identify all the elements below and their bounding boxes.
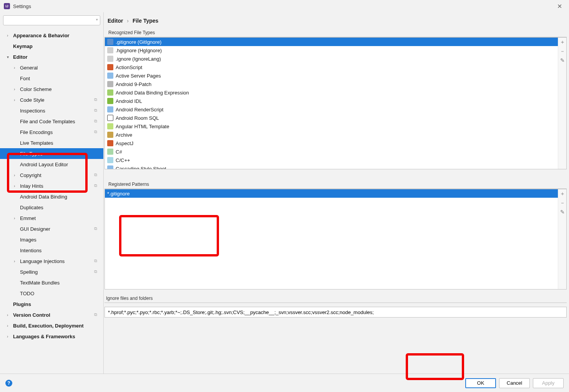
sidebar-item-file-types[interactable]: ›File Types: [0, 148, 103, 159]
filetype-row[interactable]: Active Server Pages: [105, 71, 558, 80]
search-input[interactable]: [3, 15, 100, 25]
window-title: Settings: [13, 3, 31, 9]
breadcrumb-root[interactable]: Editor: [108, 18, 123, 24]
chevron-right-icon: ›: [14, 184, 18, 188]
sidebar-item-languages-frameworks[interactable]: ›Languages & Frameworks: [0, 331, 103, 342]
apply-button[interactable]: Apply: [533, 378, 564, 388]
sidebar-item-appearance-behavior[interactable]: ›Appearance & Behavior: [0, 30, 103, 41]
titlebar: IJ Settings ✕: [0, 0, 569, 12]
sidebar-item-copyright[interactable]: ›Copyright⧉: [0, 170, 103, 180]
cancel-button[interactable]: Cancel: [499, 378, 530, 388]
filetype-label: Android RenderScript: [116, 107, 163, 112]
filetype-row[interactable]: Android 9-Patch: [105, 80, 558, 88]
sidebar-item-textmate-bundles[interactable]: ›TextMate Bundles: [0, 277, 103, 288]
filetype-row[interactable]: C#: [105, 147, 558, 156]
sidebar-item-live-templates[interactable]: ›Live Templates: [0, 137, 103, 148]
sidebar-item-label: Inlay Hints: [20, 183, 94, 189]
filetype-row[interactable]: Android RenderScript: [105, 105, 558, 114]
filetype-label: ActionScript: [116, 65, 142, 70]
sidebar-item-todo[interactable]: ›TODO: [0, 288, 103, 299]
filetype-icon: [107, 165, 113, 169]
recognized-toolbar: ＋ － ✎: [558, 38, 566, 169]
filetype-label: Active Server Pages: [116, 73, 161, 79]
sidebar-item-duplicates[interactable]: ›Duplicates: [0, 202, 103, 213]
filetype-label: Android Room SQL: [116, 115, 159, 121]
sidebar-item-android-data-binding[interactable]: ›Android Data Binding: [0, 191, 103, 202]
sidebar-item-images[interactable]: ›Images: [0, 234, 103, 245]
sidebar-item-label: Duplicates: [20, 205, 103, 210]
sidebar-item-gui-designer[interactable]: ›GUI Designer⧉: [0, 223, 103, 234]
sidebar-item-label: GUI Designer: [20, 226, 94, 232]
filetype-row[interactable]: .gitignore (GitIgnore): [105, 38, 558, 46]
sidebar-item-plugins[interactable]: ›Plugins: [0, 299, 103, 309]
scope-badge-icon: ⧉: [94, 97, 100, 103]
scope-badge-icon: ⧉: [94, 172, 100, 178]
filetype-icon: [107, 115, 113, 121]
remove-icon[interactable]: －: [559, 48, 566, 55]
chevron-right-icon: ›: [14, 66, 18, 70]
filetype-label: .hgignore (HgIgnore): [116, 48, 162, 53]
filetype-row[interactable]: Angular HTML Template: [105, 122, 558, 131]
scope-badge-icon: ⧉: [94, 312, 100, 318]
filetype-row[interactable]: ActionScript: [105, 63, 558, 71]
sidebar: 🔍 ▾ ›Appearance & Behavior›Keymap▾Editor…: [0, 12, 104, 374]
chevron-right-icon: ›: [14, 216, 18, 220]
filetype-icon: [107, 149, 113, 155]
sidebar-item-language-injections[interactable]: ›Language Injections⧉: [0, 256, 103, 266]
filetype-row[interactable]: Archive: [105, 131, 558, 139]
sidebar-item-code-style[interactable]: ›Code Style⧉: [0, 94, 103, 105]
edit-icon[interactable]: ✎: [559, 58, 566, 64]
chevron-down-icon[interactable]: ▾: [96, 18, 98, 22]
sidebar-item-android-layout-editor[interactable]: ›Android Layout Editor: [0, 159, 103, 170]
remove-icon[interactable]: －: [559, 200, 566, 206]
add-icon[interactable]: ＋: [559, 191, 566, 197]
breadcrumb-leaf: File Types: [133, 18, 158, 24]
sidebar-item-color-scheme[interactable]: ›Color Scheme: [0, 84, 103, 94]
sidebar-item-label: Images: [20, 237, 103, 243]
filetype-row[interactable]: C/C++: [105, 156, 558, 164]
sidebar-item-file-encodings[interactable]: ›File Encodings⧉: [0, 127, 103, 137]
sidebar-item-editor[interactable]: ▾Editor: [0, 51, 103, 62]
scope-badge-icon: ⧉: [94, 258, 100, 264]
filetype-label: Android IDL: [116, 98, 142, 104]
sidebar-item-emmet[interactable]: ›Emmet: [0, 213, 103, 223]
sidebar-item-spelling[interactable]: ›Spelling⧉: [0, 266, 103, 277]
edit-icon[interactable]: ✎: [559, 209, 566, 215]
sidebar-item-label: General: [20, 65, 103, 71]
sidebar-item-intentions[interactable]: ›Intentions: [0, 245, 103, 256]
sidebar-item-inspections[interactable]: ›Inspections⧉: [0, 105, 103, 116]
filetype-row[interactable]: .hgignore (HgIgnore): [105, 46, 558, 55]
scope-badge-icon: ⧉: [94, 183, 100, 189]
breadcrumb: Editor › File Types: [104, 12, 569, 28]
settings-tree: ›Appearance & Behavior›Keymap▾Editor›Gen…: [0, 28, 103, 374]
sidebar-item-build-execution-deployment[interactable]: ›Build, Execution, Deployment: [0, 320, 103, 331]
sidebar-item-label: Language Injections: [20, 258, 94, 264]
filetype-row[interactable]: Android IDL: [105, 97, 558, 105]
sidebar-item-label: Android Layout Editor: [20, 162, 103, 167]
scope-badge-icon: ⧉: [94, 269, 100, 275]
filetype-row[interactable]: Android Room SQL: [105, 114, 558, 122]
sidebar-item-keymap[interactable]: ›Keymap: [0, 41, 103, 51]
sidebar-item-file-and-code-templates[interactable]: ›File and Code Templates⧉: [0, 116, 103, 127]
pattern-row[interactable]: *.gitignore: [105, 189, 558, 198]
sidebar-item-font[interactable]: ›Font: [0, 73, 103, 84]
sidebar-item-label: Color Scheme: [20, 86, 103, 92]
sidebar-item-label: Version Control: [13, 312, 94, 318]
sidebar-item-version-control[interactable]: ›Version Control⧉: [0, 309, 103, 320]
sidebar-item-general[interactable]: ›General: [0, 62, 103, 73]
filetype-icon: [107, 56, 113, 62]
filetype-row[interactable]: Cascading Style Sheet: [105, 164, 558, 169]
ignore-input[interactable]: [105, 307, 567, 318]
filetype-row[interactable]: Android Data Binding Expression: [105, 88, 558, 97]
sidebar-item-inlay-hints[interactable]: ›Inlay Hints⧉: [0, 180, 103, 191]
help-icon[interactable]: ?: [5, 380, 12, 387]
add-icon[interactable]: ＋: [559, 39, 566, 45]
ok-button[interactable]: OK: [465, 378, 496, 388]
sidebar-item-label: Font: [20, 76, 103, 81]
filetype-row[interactable]: .ignore (IgnoreLang): [105, 55, 558, 63]
footer: ? OK Cancel Apply: [0, 374, 569, 392]
patterns-label: Registered Patterns: [105, 179, 567, 189]
filetype-label: .gitignore (GitIgnore): [116, 39, 161, 45]
filetype-row[interactable]: AspectJ: [105, 139, 558, 147]
close-icon[interactable]: ✕: [554, 1, 565, 12]
